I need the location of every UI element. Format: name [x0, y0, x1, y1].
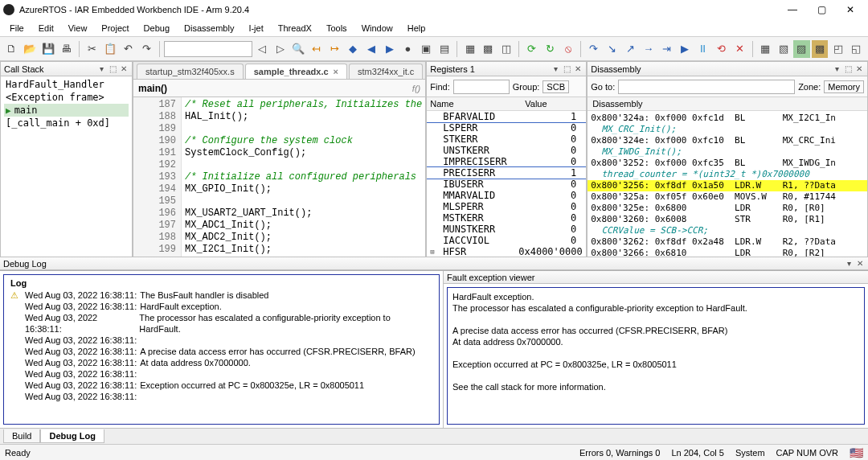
cross-icon[interactable]: ✕ — [731, 40, 748, 58]
document-icon[interactable]: ▣ — [418, 40, 435, 58]
registers-list[interactable]: BFARVALID1LSPERR0STKERR0UNSTKERR0IMPRECI… — [427, 111, 586, 257]
trace3-icon[interactable]: ▨ — [793, 40, 810, 58]
disasm-line[interactable]: 0x800'3262: 0xf8df 0x2a48 LDR.W R2, ??Da… — [588, 236, 867, 248]
go-icon[interactable]: ⟳ — [523, 40, 540, 58]
editor-tab[interactable]: startup_stm32f405xx.s — [137, 64, 244, 79]
register-row[interactable]: MMARVALID0 — [427, 190, 586, 201]
pin-icon[interactable]: ⬚ — [562, 64, 571, 73]
goto-input[interactable] — [618, 80, 795, 94]
callstack-list[interactable]: HardFault_Handler<Exception frame>▶main[… — [1, 76, 132, 257]
editor-tab[interactable]: sample_threadx.c× — [245, 64, 347, 79]
pause-icon[interactable]: ⏸ — [694, 40, 711, 58]
disasm-line[interactable]: 0x800'325e: 0x6800 LDR R0, [R0] — [588, 203, 867, 214]
restart-icon[interactable]: ↻ — [542, 40, 559, 58]
group-value[interactable]: SCB — [542, 80, 569, 93]
disasm-line[interactable]: 0x800'324e: 0xf000 0xfc10 BL MX_CRC_Ini — [588, 135, 867, 146]
dropdown-icon[interactable]: ▾ — [96, 64, 106, 73]
compile-icon[interactable]: ▦ — [461, 40, 478, 58]
disasm-line[interactable]: 0x800'3252: 0xf000 0xfc35 BL MX_IWDG_In — [588, 158, 867, 169]
trace6-icon[interactable]: ◱ — [848, 40, 865, 58]
cut-icon[interactable]: ✂ — [84, 40, 100, 58]
menu-item-threadx[interactable]: ThreadX — [272, 22, 318, 35]
editor-tab[interactable]: stm32f4xx_it.c — [349, 64, 423, 79]
disasm-line[interactable]: 0x800'325a: 0xf05f 0x60e0 MOVS.W R0, #11… — [588, 191, 867, 203]
menu-item-help[interactable]: Help — [401, 22, 432, 35]
register-row[interactable]: STKERR0 — [427, 133, 586, 145]
make-icon[interactable]: ▩ — [480, 40, 497, 58]
build-icon[interactable]: ◫ — [498, 40, 515, 58]
copy-icon[interactable]: 📋 — [101, 40, 118, 58]
code-editor[interactable]: ▶▶ 1871881891901911921931941951961971981… — [133, 97, 425, 257]
nav-next-icon[interactable]: ▶ — [381, 40, 398, 58]
bottom-tab[interactable]: Debug Log — [40, 429, 104, 443]
step-out-icon[interactable]: ↗ — [622, 40, 639, 58]
menu-item-project[interactable]: Project — [95, 22, 135, 35]
callstack-item[interactable]: HardFault_Handler — [4, 78, 129, 91]
register-row[interactable]: IBUSERR0 — [427, 179, 586, 190]
run-to-cursor-icon[interactable]: ⇥ — [658, 40, 675, 58]
callstack-item[interactable]: <Exception frame> — [4, 91, 129, 104]
undo-icon[interactable]: ↶ — [120, 40, 137, 58]
disasm-line[interactable]: CCRValue = SCB->CCR; — [588, 225, 867, 236]
tab-close-icon[interactable]: × — [334, 67, 338, 76]
fault-body[interactable]: HardFault exception.The processor has es… — [447, 287, 865, 425]
disasm-line[interactable]: thread_counter = *(uint32_t *)0x7000000 — [588, 169, 867, 180]
minimize-button[interactable]: — — [778, 0, 807, 19]
nav-prev-icon[interactable]: ◀ — [363, 40, 380, 58]
pin-icon[interactable]: ⬚ — [108, 64, 117, 73]
bookmark-prev-icon[interactable]: ↤ — [309, 40, 326, 58]
log-body[interactable]: Log ⚠Wed Aug 03, 2022 16:38:11:The BusFa… — [3, 274, 440, 425]
menu-item-file[interactable]: File — [3, 22, 31, 35]
close-panel-icon[interactable]: ✕ — [573, 64, 583, 73]
register-row[interactable]: MUNSTKERR0 — [427, 224, 586, 235]
menu-item-debug[interactable]: Debug — [137, 22, 176, 35]
disasm-line[interactable]: 0x800'3266: 0x6810 LDR R0, [R2] — [588, 248, 867, 257]
register-row[interactable]: PRECISERR1 — [427, 167, 586, 179]
nav-forward-icon[interactable]: ▷ — [272, 40, 289, 58]
callstack-item[interactable]: ▶main — [4, 104, 129, 117]
search-icon[interactable]: 🔍 — [290, 40, 307, 58]
dropdown-icon[interactable]: ▾ — [551, 64, 560, 73]
trace4-icon[interactable]: ▩ — [812, 40, 829, 58]
document2-icon[interactable]: ▤ — [436, 40, 453, 58]
close-panel-icon[interactable]: ✕ — [119, 64, 129, 73]
new-file-icon[interactable]: 🗋 — [3, 40, 20, 58]
open-file-icon[interactable]: 📂 — [22, 40, 39, 58]
save-icon[interactable]: 💾 — [39, 40, 56, 58]
menu-item-i-jet[interactable]: I-jet — [242, 22, 269, 35]
register-row[interactable]: IACCVIOL0 — [427, 235, 586, 246]
breakpoint-icon[interactable]: ● — [399, 40, 416, 58]
menu-item-edit[interactable]: Edit — [32, 22, 60, 35]
callstack-item[interactable]: [_call_main + 0xd] — [4, 117, 129, 129]
register-row[interactable]: IMPRECISERR0 — [427, 156, 586, 167]
disasm-line[interactable]: MX_CRC_Init(); — [588, 124, 867, 135]
trace1-icon[interactable]: ▦ — [757, 40, 774, 58]
next-statement-icon[interactable]: → — [640, 40, 657, 58]
nav-back-icon[interactable]: ◁ — [254, 40, 271, 58]
close-panel-icon[interactable]: ✕ — [854, 64, 864, 73]
redo-icon[interactable]: ↷ — [138, 40, 155, 58]
bookmark-toggle-icon[interactable]: ◆ — [345, 40, 362, 58]
zone-value[interactable]: Memory — [824, 80, 864, 93]
disasm-line[interactable]: 0x800'3256: 0xf8df 0x1a50 LDR.W R1, ??Da… — [588, 180, 867, 191]
save-all-icon[interactable]: 🖶 — [58, 40, 75, 58]
register-row[interactable]: UNSTKERR0 — [427, 145, 586, 156]
disasm-line[interactable]: 0x800'324a: 0xf000 0xfc1d BL MX_I2C1_In — [588, 113, 867, 124]
register-row[interactable]: MSTKERR0 — [427, 212, 586, 224]
register-row[interactable]: HFSR0x4000'0000 — [427, 246, 586, 257]
reset-icon[interactable]: ⟲ — [713, 40, 730, 58]
registers-find-input[interactable] — [453, 80, 510, 94]
menu-item-window[interactable]: Window — [355, 22, 399, 35]
pin-icon[interactable]: ⬚ — [843, 64, 853, 73]
maximize-button[interactable]: ▢ — [807, 0, 836, 19]
register-row[interactable]: LSPERR0 — [427, 122, 586, 133]
disasm-line[interactable]: MX_IWDG_Init(); — [588, 146, 867, 158]
menu-item-view[interactable]: View — [62, 22, 94, 35]
trace5-icon[interactable]: ◰ — [829, 40, 846, 58]
bottom-tab[interactable]: Build — [3, 429, 40, 443]
go-button-icon[interactable]: ▶ — [677, 40, 694, 58]
dropdown-icon[interactable]: ▾ — [832, 64, 841, 73]
menu-item-tools[interactable]: Tools — [320, 22, 354, 35]
search-input[interactable] — [164, 41, 252, 57]
trace2-icon[interactable]: ▧ — [775, 40, 792, 58]
